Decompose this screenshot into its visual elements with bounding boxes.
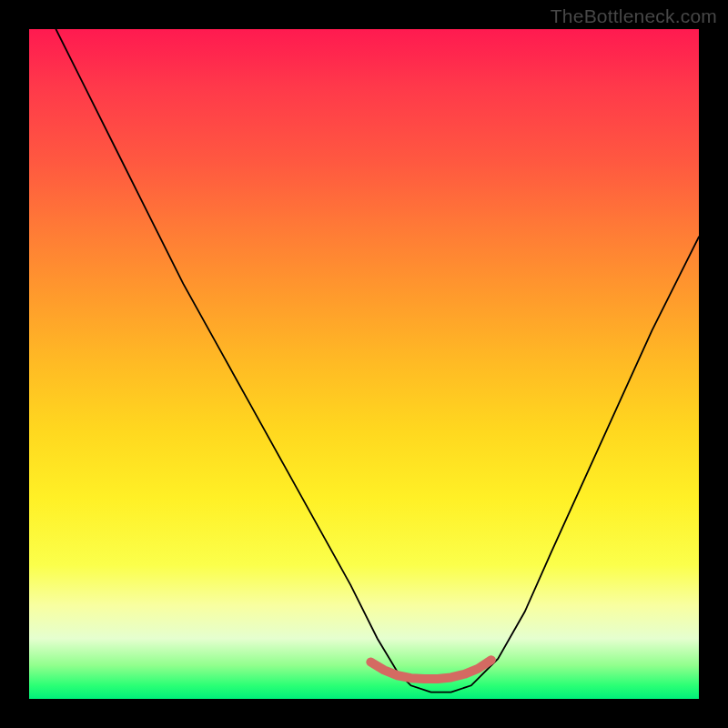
plot-area: [29, 29, 699, 699]
optimal-band-line: [370, 660, 490, 679]
watermark-text: TheBottleneck.com: [551, 5, 717, 27]
bottleneck-chart: TheBottleneck.com: [0, 0, 728, 728]
bottleneck-curve-line: [56, 29, 699, 693]
chart-svg: [29, 29, 699, 699]
